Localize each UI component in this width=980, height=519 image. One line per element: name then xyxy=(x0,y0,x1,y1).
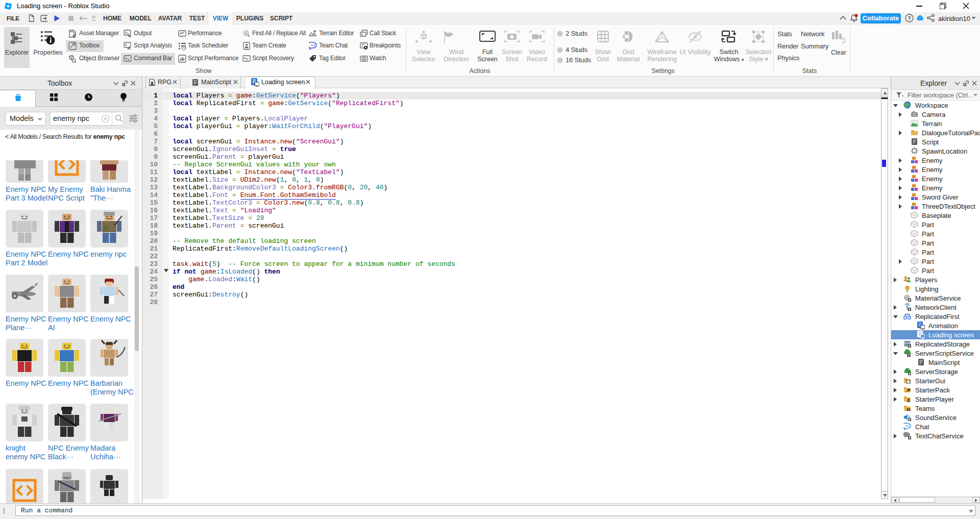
svg-text:?: ? xyxy=(908,15,911,21)
